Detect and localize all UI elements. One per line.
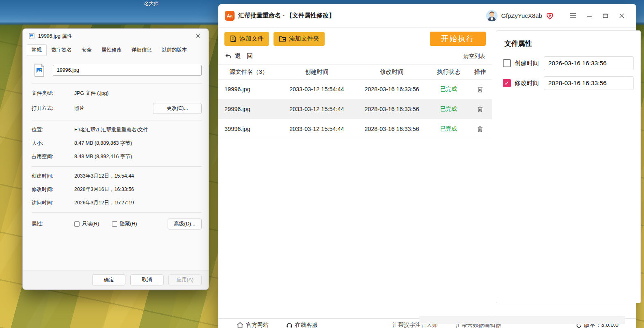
created-time: 2033-03-12 15:54:44	[279, 86, 354, 92]
close-icon[interactable]: ✕	[193, 32, 203, 41]
col-operation: 操作	[468, 68, 492, 76]
properties-dialog-buttons: 确定 取消 应用(A)	[23, 270, 209, 289]
image-file-icon-large	[32, 63, 46, 77]
online-support-link[interactable]: 在线客服	[286, 322, 318, 328]
official-website-link[interactable]: 官方网站	[237, 322, 269, 328]
menu-icon[interactable]	[565, 13, 581, 19]
add-folder-button[interactable]: 添加文件夹	[274, 32, 325, 46]
created-time: 2033-03-12 15:54:44	[279, 126, 354, 132]
properties-dialog-titlebar: 19996.jpg 属性 ✕	[23, 29, 209, 43]
headset-icon	[286, 322, 293, 328]
created-time-label: 创建时间	[515, 60, 540, 67]
desktop-icon-label[interactable]: 名大师	[144, 0, 159, 7]
readonly-label: 只读(R)	[82, 221, 99, 227]
properties-content: 文件类型: JPG 文件 (.jpg) 打开方式: 照片 更改(C)... 位置…	[23, 56, 209, 270]
app-icon: Aa	[225, 11, 235, 21]
cancel-button[interactable]: 取消	[130, 274, 164, 285]
file-name: 39996.jpg	[218, 126, 279, 132]
created-time-label: 创建时间:	[32, 173, 74, 180]
divider	[32, 120, 202, 120]
home-icon	[237, 322, 243, 328]
col-source-name: 源文件名（3）	[218, 68, 279, 76]
modified-time: 2028-03-16 16:33:56	[354, 126, 429, 132]
tab-previous-versions[interactable]: 以前的版本	[157, 44, 192, 56]
app-main-area: 添加文件 添加文件夹 开始执行 返 回 清	[218, 28, 636, 318]
image-file-icon	[28, 33, 35, 39]
tab-security[interactable]: 安全	[77, 44, 97, 56]
ok-button[interactable]: 确定	[92, 274, 125, 285]
online-support-label: 在线客服	[295, 322, 318, 328]
add-file-button[interactable]: 添加文件	[224, 32, 269, 46]
back-label: 返 回	[235, 52, 255, 60]
table-row[interactable]: 39996.jpg 2033-03-12 15:54:44 2028-03-16…	[218, 119, 492, 139]
location-label: 位置:	[32, 126, 74, 133]
modified-time-value: 2028年3月16日，16:33:56	[74, 186, 202, 193]
vip-badge-icon[interactable]	[545, 11, 554, 20]
modified-time-checkbox[interactable]: ✓	[503, 79, 511, 87]
status-strip	[419, 316, 625, 324]
size-value: 8.47 MB (8,889,863 字节)	[74, 140, 202, 147]
user-avatar-icon	[486, 10, 498, 21]
tab-property-modify[interactable]: 属性修改	[97, 44, 127, 56]
file-name: 19996.jpg	[218, 86, 279, 92]
file-type-label: 文件类型:	[32, 90, 74, 97]
readonly-checkbox[interactable]	[74, 221, 80, 227]
status-badge: 已完成	[429, 86, 468, 93]
delete-row-button[interactable]	[468, 106, 492, 113]
filename-input[interactable]	[53, 65, 202, 76]
empty-list-area	[218, 139, 492, 318]
created-time-value: 2033年3月12日，15:54:44	[74, 173, 202, 180]
location-value: F:\老汇帮\1.汇帮批量重命名\文件	[74, 126, 202, 133]
modified-time: 2028-03-16 16:33:56	[354, 106, 429, 112]
col-modified: 修改时间	[354, 68, 429, 76]
modified-time: 2028-03-16 16:33:56	[354, 86, 429, 92]
add-file-label: 添加文件	[239, 35, 264, 43]
delete-row-button[interactable]	[468, 86, 492, 93]
delete-row-button[interactable]	[468, 126, 492, 133]
change-button[interactable]: 更改(C)...	[153, 103, 202, 114]
back-arrow-icon	[225, 53, 231, 59]
table-row[interactable]: 19996.jpg 2033-03-12 15:54:44 2028-03-16…	[218, 79, 492, 99]
tab-digital-signatures[interactable]: 数字签名	[47, 44, 77, 56]
tab-general[interactable]: 常规	[27, 44, 47, 56]
start-execute-button[interactable]: 开始执行	[430, 32, 486, 46]
size-on-disk-label: 占用空间:	[32, 153, 74, 160]
list-actions-bar: 返 回 清空列表	[218, 49, 492, 64]
username[interactable]: GfpZyYucX8ab	[501, 12, 542, 19]
tab-details[interactable]: 详细信息	[127, 44, 157, 56]
modified-time-input[interactable]	[544, 76, 634, 90]
close-icon[interactable]	[614, 13, 630, 19]
hidden-label: 隐藏(H)	[120, 221, 137, 227]
attributes-label: 属性:	[32, 221, 74, 227]
panel-title: 文件属性	[504, 39, 634, 48]
file-plus-icon	[230, 35, 237, 42]
modified-time-label: 修改时间:	[32, 186, 74, 193]
folder-plus-icon	[279, 36, 286, 42]
avatar[interactable]	[486, 10, 498, 21]
table-row[interactable]: 29996.jpg 2033-03-12 15:54:44 2028-03-16…	[218, 99, 492, 119]
table-header: 源文件名（3） 创建时间 修改时间 执行状态 操作	[218, 64, 492, 79]
toolbar: 添加文件 添加文件夹 开始执行	[218, 28, 492, 49]
open-with-value: 照片	[74, 105, 153, 112]
accessed-time-label: 访问时间:	[32, 199, 74, 206]
size-on-disk-value: 8.48 MB (8,892,416 字节)	[74, 153, 202, 160]
hidden-checkbox[interactable]	[112, 221, 117, 227]
file-attributes-panel: 文件属性 创建时间 ✓ 修改时间	[496, 30, 641, 303]
add-folder-label: 添加文件夹	[289, 35, 319, 43]
open-with-label: 打开方式:	[32, 105, 74, 112]
modified-time-label: 修改时间	[515, 79, 540, 87]
divider	[32, 84, 202, 84]
properties-dialog: 19996.jpg 属性 ✕ 常规 数字签名 安全 属性修改 详细信息 以前的版…	[22, 28, 209, 290]
apply-button: 应用(A)	[168, 274, 202, 285]
accessed-time-value: 2026年3月12日，15:27:19	[74, 199, 202, 206]
clear-list-button[interactable]: 清空列表	[463, 53, 485, 60]
maximize-icon[interactable]	[597, 13, 614, 19]
advanced-button[interactable]: 高级(D)...	[168, 219, 202, 229]
minimize-icon[interactable]	[581, 13, 597, 19]
created-time-checkbox[interactable]	[503, 59, 511, 67]
created-time-input[interactable]	[544, 56, 634, 70]
properties-panel-section: 文件属性 创建时间 ✓ 修改时间	[492, 28, 644, 318]
status-badge: 已完成	[429, 105, 468, 113]
back-button[interactable]: 返 回	[225, 52, 255, 60]
col-created: 创建时间	[279, 68, 354, 76]
